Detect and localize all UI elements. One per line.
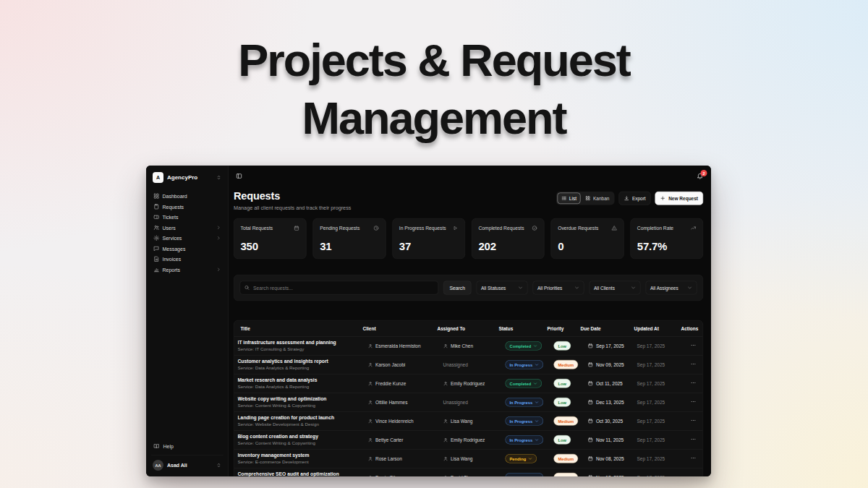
- sidebar-item[interactable]: Invoices: [150, 254, 224, 265]
- client-name: Ottilie Hammes: [375, 400, 407, 406]
- due-date: Nov 11, 2025: [596, 437, 624, 443]
- client-cell: Vince Heidenreich: [368, 419, 443, 424]
- due-date: Nov 08, 2025: [596, 456, 624, 462]
- request-title: Website copy writing and optimization: [238, 396, 368, 402]
- calendar-icon: [588, 343, 594, 349]
- sidebar-divider: [151, 455, 224, 456]
- table-row[interactable]: Market research and data analysis Servic…: [234, 374, 703, 393]
- assignee-name: Mike Chen: [451, 343, 473, 349]
- status-label: Pending: [510, 456, 527, 461]
- row-actions-button[interactable]: [691, 474, 697, 477]
- workspace-switcher[interactable]: A AgencyPro: [150, 171, 224, 188]
- priority-label: Low: [558, 343, 567, 348]
- filter-dropdown[interactable]: All Statuses: [477, 281, 528, 295]
- stats-row: Total Requests 350 Pending Requests 31 I…: [234, 218, 703, 259]
- user-name: Asad Ali: [167, 463, 213, 468]
- due-date-cell: Dec 13, 2025: [588, 400, 637, 406]
- row-actions-button[interactable]: [691, 437, 697, 442]
- priority-label: Medium: [558, 475, 574, 476]
- person-icon: [443, 437, 448, 442]
- user-menu[interactable]: AA Asad Ali: [150, 459, 224, 471]
- due-date-cell: Nov 18, 2025: [588, 475, 637, 477]
- status-label: Completed: [510, 343, 532, 348]
- stat-value: 37: [399, 241, 459, 253]
- table-row[interactable]: IT infrastructure assessment and plannin…: [234, 337, 703, 356]
- stat-card: Completed Requests 202: [472, 218, 545, 259]
- priority-label: Low: [558, 381, 567, 385]
- status-badge[interactable]: In Progress: [506, 398, 544, 407]
- sidebar-item[interactable]: Tickets: [150, 212, 224, 223]
- stat-value: 350: [241, 241, 300, 253]
- status-badge[interactable]: In Progress: [506, 416, 544, 426]
- sidebar-item-label: Services: [163, 235, 214, 241]
- assignee-cell: Unassigned: [443, 400, 506, 406]
- priority-badge: Low: [554, 341, 571, 351]
- status-badge[interactable]: Completed: [506, 341, 542, 351]
- sidebar-item-help[interactable]: Help: [150, 441, 224, 452]
- search-input[interactable]: [240, 281, 439, 295]
- calendar-icon: [588, 400, 594, 406]
- sidebar-item[interactable]: Users: [150, 223, 224, 234]
- sidebar-item[interactable]: Messages: [150, 244, 224, 254]
- person-icon: [443, 381, 448, 386]
- due-date: Dec 13, 2025: [596, 400, 624, 406]
- sidebar-item[interactable]: Reports: [150, 265, 224, 275]
- row-actions-button[interactable]: [691, 418, 697, 424]
- chevron-down-icon: [535, 362, 539, 367]
- table-row[interactable]: Customer analytics and insights report S…: [234, 356, 703, 374]
- page-content: Requests Manage all client requests and …: [229, 187, 711, 476]
- filter-dropdown[interactable]: All Priorities: [533, 281, 584, 295]
- person-icon: [368, 419, 373, 424]
- filter-dropdown[interactable]: All Assignees: [646, 281, 697, 295]
- export-button[interactable]: Export: [618, 192, 650, 205]
- view-toggle-kanban[interactable]: Kanban: [581, 193, 613, 205]
- table-row[interactable]: Comprehensive SEO audit and optimization…: [234, 468, 703, 477]
- requests-table: TitleClientAssigned ToStatusPriorityDue …: [234, 320, 703, 476]
- status-badge[interactable]: In Progress: [506, 360, 544, 369]
- search-button[interactable]: Search: [443, 281, 471, 295]
- status-badge[interactable]: In Progress: [506, 473, 544, 476]
- row-actions-button[interactable]: [691, 455, 697, 461]
- table-row[interactable]: Landing page creation for product launch…: [234, 412, 703, 431]
- assignee-name: Lisa Wang: [451, 419, 472, 424]
- due-date: Oct 30, 2025: [596, 419, 623, 424]
- hero-title-line2: Management: [0, 89, 868, 147]
- request-service: Service: Content Writing & Copywriting: [238, 441, 368, 446]
- table-row[interactable]: Inventory management system Service: E-c…: [234, 450, 703, 468]
- request-title: Blog content creation and strategy: [238, 434, 368, 440]
- view-toggle-list[interactable]: List: [557, 193, 580, 205]
- person-icon: [443, 456, 448, 461]
- chevron-down-icon: [533, 343, 537, 348]
- sidebar-item[interactable]: Dashboard: [150, 191, 224, 202]
- sidebar-item-icon: [153, 267, 160, 273]
- table-row[interactable]: Blog content creation and strategy Servi…: [234, 431, 703, 450]
- table-row[interactable]: Website copy writing and optimization Se…: [234, 393, 703, 412]
- person-icon: [368, 475, 373, 476]
- sidebar-item-icon: [153, 225, 160, 231]
- new-request-button[interactable]: New Request: [655, 192, 703, 205]
- row-actions-button[interactable]: [691, 361, 697, 367]
- status-badge[interactable]: Completed: [506, 379, 542, 388]
- client-name: Vince Heidenreich: [375, 419, 414, 424]
- due-date-cell: Nov 08, 2025: [588, 456, 637, 462]
- notifications-button[interactable]: 2: [697, 173, 704, 180]
- status-badge[interactable]: In Progress: [506, 435, 544, 445]
- stat-value: 57.7%: [637, 241, 697, 253]
- row-actions-button[interactable]: [691, 343, 697, 348]
- sidebar-item-icon: [153, 256, 160, 262]
- row-actions-button[interactable]: [691, 380, 697, 386]
- row-actions-button[interactable]: [691, 399, 697, 405]
- filter-dropdown[interactable]: All Clients: [590, 281, 641, 295]
- sidebar-item[interactable]: Services: [150, 233, 224, 244]
- person-icon: [368, 343, 373, 348]
- priority-label: Low: [558, 400, 567, 404]
- sidebar-toggle-icon[interactable]: [236, 173, 242, 179]
- person-icon: [368, 456, 373, 461]
- status-badge[interactable]: Pending: [506, 454, 537, 463]
- request-service: Service: E-commerce Development: [238, 460, 368, 465]
- assignee-cell: Lisa Wang: [443, 456, 506, 462]
- stat-card: Overdue Requests 0: [551, 218, 624, 259]
- sidebar-item-icon: [153, 214, 160, 221]
- sidebar-item[interactable]: Requests: [150, 202, 224, 213]
- client-cell: Freddie Kunze: [368, 381, 443, 387]
